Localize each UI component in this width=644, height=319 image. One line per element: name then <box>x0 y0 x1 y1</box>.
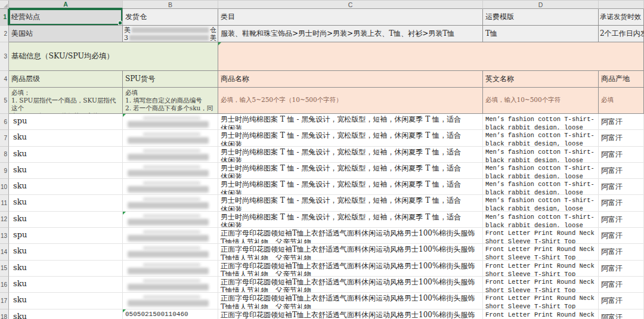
cell-b10-sku-code-redacted[interactable] <box>123 179 218 195</box>
cell-e8-origin[interactable]: 阿富汗 <box>599 147 644 163</box>
row-number-3[interactable]: 3 <box>0 42 9 71</box>
row-number-2[interactable]: 2 <box>0 26 9 42</box>
column-header-c[interactable]: C <box>218 1 483 9</box>
cell-d5[interactable]: 必填，输入10~500个字符 <box>483 88 599 114</box>
cell-c13-title-cn[interactable]: 正面字母印花圆领短袖T恤上衣舒适透气面料休闲运动风格男士100%棉街头服饰 T恤… <box>218 228 483 244</box>
row-number-6[interactable]: 6 <box>0 114 9 130</box>
cell-c12-title-cn[interactable]: 男士时尚纯棉图案 T 恤 - 黑兔设计，宽松版型，短袖，休闲夏季 T 恤，适合 … <box>218 212 483 228</box>
select-all-corner[interactable] <box>0 1 9 9</box>
cell-e12-origin[interactable]: 阿富汗 <box>599 212 644 228</box>
cell-c1[interactable]: 类目 <box>218 9 483 26</box>
cell-d8-title-en[interactable]: Men’s fashion cotton T-shirt- black rabb… <box>483 147 599 163</box>
cell-e1[interactable]: 承诺发货时效 <box>599 9 644 26</box>
cell-b7-sku-code-redacted[interactable] <box>123 130 218 146</box>
cell-e10-origin[interactable]: 阿富汗 <box>599 179 644 195</box>
cell-e11-origin[interactable]: 阿富汗 <box>599 195 644 211</box>
cell-d4[interactable]: 英文名称 <box>483 71 599 88</box>
cell-b8-sku-code-redacted[interactable] <box>123 147 218 163</box>
cell-e13-origin[interactable]: 阿富汗 <box>599 228 644 244</box>
cell-b13-spu-code-redacted[interactable] <box>123 228 218 244</box>
column-header-b[interactable]: B <box>123 1 218 9</box>
cell-b6-spu-code-redacted[interactable] <box>123 114 218 130</box>
cell-d9-title-en[interactable]: Men’s fashion cotton T-shirt- black rabb… <box>483 163 599 179</box>
row-number-16[interactable]: 16 <box>0 277 9 293</box>
cell-b15-sku-code-redacted[interactable] <box>123 261 218 277</box>
cell-a4[interactable]: 商品层级 <box>9 71 123 88</box>
cell-b2-redacted[interactable]: 美仓 3美 <box>123 26 218 42</box>
cell-a9-level[interactable]: sku <box>9 163 123 179</box>
cell-e6-origin[interactable]: 阿富汗 <box>599 114 644 130</box>
cell-a6-level[interactable]: spu <box>9 114 123 130</box>
cell-e15-origin[interactable]: 阿富汗 <box>599 261 644 277</box>
cell-c11-title-cn[interactable]: 男士时尚纯棉图案 T 恤 - 黑兔设计，宽松版型，短袖，休闲夏季 T 恤，适合 … <box>218 195 483 211</box>
cell-c4[interactable]: 商品名称 <box>218 71 483 88</box>
fill-handle[interactable] <box>118 21 122 25</box>
cell-e18-origin[interactable]: 阿富汗 <box>599 309 644 319</box>
cell-c16-title-cn[interactable]: 正面字母印花圆领短袖T恤上衣舒适透气面料休闲运动风格男士100%棉街头服饰 T恤… <box>218 277 483 293</box>
cell-b1[interactable]: 发货仓 <box>123 9 218 26</box>
cell-a11-level[interactable]: sku <box>9 195 123 211</box>
cell-b9-sku-code-redacted[interactable] <box>123 163 218 179</box>
cell-d7-title-en[interactable]: Men’s fashion cotton T-shirt- black rabb… <box>483 130 599 146</box>
cell-a3-section-title[interactable]: 基础信息（SKU/SPU均必填） <box>9 42 218 71</box>
cell-d18-title-en[interactable]: Front Letter Print Round Neck Short Slee… <box>483 309 599 319</box>
cell-d12-title-en[interactable]: Men’s fashion cotton T-shirt- black rabb… <box>483 212 599 228</box>
cell-a12-level[interactable]: sku <box>9 212 123 228</box>
cell-a17-level[interactable]: sku <box>9 293 123 309</box>
cell-d10-title-en[interactable]: Men’s fashion cotton T-shirt- black rabb… <box>483 179 599 195</box>
row-number-17[interactable]: 17 <box>0 293 9 309</box>
cell-c8-title-cn[interactable]: 男士时尚纯棉图案 T 恤 - 黑兔设计，宽松版型，短袖，休闲夏季 T 恤，适合 … <box>218 147 483 163</box>
cell-b4[interactable]: SPU货号 <box>123 71 218 88</box>
cell-c6-title-cn[interactable]: 男士时尚纯棉图案 T 恤 - 黑兔设计，宽松版型，短袖，休闲夏季 T 恤，适合 … <box>218 114 483 130</box>
cell-b16-sku-code-redacted[interactable] <box>123 277 218 293</box>
cell-a10-level[interactable]: sku <box>9 179 123 195</box>
cell-a1-active[interactable]: 经营站点 <box>9 9 123 26</box>
cell-d16-title-en[interactable]: Front Letter Print Round Neck Short Slee… <box>483 277 599 293</box>
cell-a16-level[interactable]: sku <box>9 277 123 293</box>
cell-a5[interactable]: 必填； 1. SPU层指代一个商品，SKU层指代这个 商品下可购买的具体规格（变… <box>9 88 123 114</box>
cell-b18-sku-code[interactable]: 0505021500110460 <box>123 309 218 319</box>
cell-c10-title-cn[interactable]: 男士时尚纯棉图案 T 恤 - 黑兔设计，宽松版型，短袖，休闲夏季 T 恤，适合 … <box>218 179 483 195</box>
column-header-a[interactable]: A <box>9 1 123 9</box>
cell-e9-origin[interactable]: 阿富汗 <box>599 163 644 179</box>
cell-e5[interactable]: 必填 <box>599 88 644 114</box>
cell-d11-title-en[interactable]: Men’s fashion cotton T-shirt- black rabb… <box>483 195 599 211</box>
row-number-4[interactable]: 4 <box>0 71 9 88</box>
cell-a2[interactable]: 美国站 <box>9 26 123 42</box>
cell-b11-sku-code-redacted[interactable] <box>123 195 218 211</box>
cell-b5[interactable]: 必填 1. 填写您自定义的商品编号 2. 若一个商品下有多个sku，同一 <box>123 88 218 114</box>
cell-e7-origin[interactable]: 阿富汗 <box>599 130 644 146</box>
column-header-e[interactable] <box>599 1 644 9</box>
cell-a13-level[interactable]: spu <box>9 228 123 244</box>
cell-d13-title-en[interactable]: Front Letter Print Round Neck Short Slee… <box>483 228 599 244</box>
cell-a14-level[interactable]: sku <box>9 244 123 260</box>
cell-a7-level[interactable]: sku <box>9 130 123 146</box>
cell-b17-sku-code-redacted[interactable] <box>123 293 218 309</box>
cell-d6-title-en[interactable]: Men’s fashion cotton T-shirt- black rabb… <box>483 114 599 130</box>
cell-c18-title-cn[interactable]: 正面字母印花圆领短袖T恤上衣舒适透气面料休闲运动风格男士100%棉街头服饰 T恤… <box>218 309 483 319</box>
row-number-12[interactable]: 12 <box>0 212 9 228</box>
cell-a18-level[interactable]: sku <box>9 309 123 319</box>
row-number-1[interactable]: 1 <box>0 9 9 26</box>
row-number-13[interactable]: 13 <box>0 228 9 244</box>
row-number-15[interactable]: 15 <box>0 261 9 277</box>
cell-d17-title-en[interactable]: Front Letter Print Round Neck Short Slee… <box>483 293 599 309</box>
cell-c7-title-cn[interactable]: 男士时尚纯棉图案 T 恤 - 黑兔设计，宽松版型，短袖，休闲夏季 T 恤，适合 … <box>218 130 483 146</box>
cell-a8-level[interactable]: sku <box>9 147 123 163</box>
column-header-d[interactable]: D <box>483 1 599 9</box>
cell-c3-merged[interactable] <box>218 42 644 71</box>
cell-e17-origin[interactable]: 阿富汗 <box>599 293 644 309</box>
cell-d2[interactable]: T恤 <box>483 26 599 42</box>
cell-e16-origin[interactable]: 阿富汗 <box>599 277 644 293</box>
row-number-14[interactable]: 14 <box>0 244 9 260</box>
row-number-18[interactable]: 18 <box>0 309 9 319</box>
cell-c14-title-cn[interactable]: 正面字母印花圆领短袖T恤上衣舒适透气面料休闲运动风格男士100%棉街头服饰 T恤… <box>218 244 483 260</box>
cell-d14-title-en[interactable]: Front Letter Print Round Neck Short Slee… <box>483 244 599 260</box>
cell-b14-sku-code-redacted[interactable] <box>123 244 218 260</box>
cell-c2[interactable]: 服装、鞋靴和珠宝饰品>男士时尚>男装>男装上衣、T恤、衬衫>男装T恤 <box>218 26 483 42</box>
cell-c15-title-cn[interactable]: 正面字母印花圆领短袖T恤上衣舒适透气面料休闲运动风格男士100%棉街头服饰 T恤… <box>218 261 483 277</box>
cell-b12-sku-code-redacted[interactable] <box>123 212 218 228</box>
cell-e14-origin[interactable]: 阿富汗 <box>599 244 644 260</box>
cell-d15-title-en[interactable]: Front Letter Print Round Neck Short Slee… <box>483 261 599 277</box>
row-number-8[interactable]: 8 <box>0 147 9 163</box>
